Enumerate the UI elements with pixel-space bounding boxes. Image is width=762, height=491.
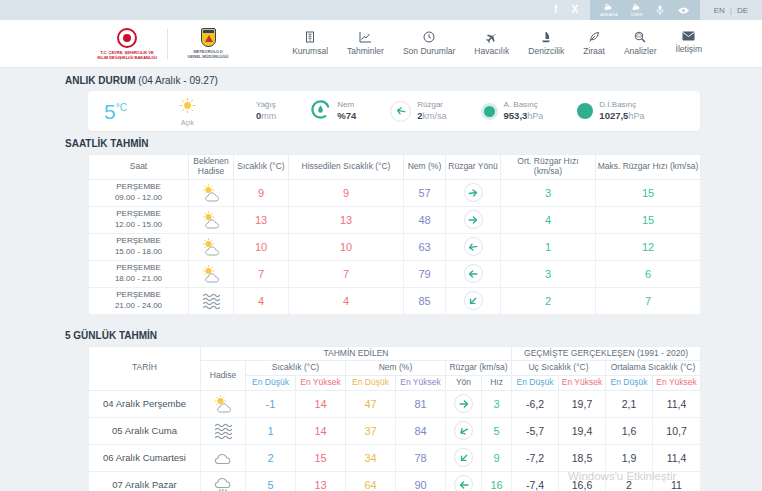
temp-min-cell: 1 xyxy=(246,417,296,444)
humidity-min-cell: 64 xyxy=(346,471,396,491)
average-min-cell: 2,1 xyxy=(606,390,653,417)
extreme-max-cell: 18,5 xyxy=(559,444,606,471)
language-switch: EN | DE xyxy=(700,0,762,20)
current-section-title: ANLIK DURUM (04 Aralık - 09.27) xyxy=(65,68,700,91)
current-condition: Açık xyxy=(179,97,196,126)
wind-direction-icon xyxy=(464,210,483,229)
hourly-row: PERŞEMBE21.00 - 24.00448527 xyxy=(89,287,701,314)
city-weather-widget-ankara[interactable]: ANKARA xyxy=(600,3,618,17)
average-min-cell: 1,9 xyxy=(606,444,653,471)
col-ext-max: En Yüksek xyxy=(559,376,606,391)
mgm-logo-text: METEOROLOJİGENEL MÜDÜRLÜĞÜ xyxy=(187,49,228,59)
weather-icon-cell xyxy=(189,287,234,314)
wind-direction-cell xyxy=(446,417,482,444)
extreme-min-cell: -7,2 xyxy=(512,444,559,471)
voice-search-button[interactable] xyxy=(656,5,664,16)
current-conditions-card: 5°C Açık Yağış 0mm Nem %74 xyxy=(88,91,700,131)
daily-row: 04 Aralık Perşembe-11447813-6,219,72,111… xyxy=(89,390,701,417)
x-twitter-icon[interactable]: X xyxy=(571,5,578,15)
hourly-section-title: SAATLİK TAHMİN xyxy=(65,131,700,154)
nav-item-son-durumlar[interactable]: Son Durumlar xyxy=(403,31,455,56)
feels-like-cell: 4 xyxy=(289,287,404,314)
weather-icon-cell xyxy=(201,444,246,471)
temperature-cell: 4 xyxy=(234,287,289,314)
time-cell: PERŞEMBE18.00 - 21.00 xyxy=(89,260,189,287)
col-avg-max: En Yüksek xyxy=(653,376,701,391)
lang-separator: | xyxy=(730,6,732,15)
sail-icon xyxy=(540,31,552,43)
condition-label: Açık xyxy=(181,119,194,126)
accessibility-button[interactable] xyxy=(677,6,690,15)
current-pressure-sea-level: D.İ.Basınç 1027,5hPa xyxy=(577,100,644,122)
site-logos[interactable]: T.C. ÇEVRE, ŞEHİRCİLİK VEİKLİM DEĞİŞİKLİ… xyxy=(95,28,240,60)
humidity-max-cell: 81 xyxy=(396,390,446,417)
hourly-column-header: Hissedilen Sıcaklık (°C) xyxy=(289,155,404,180)
windows-activation-watermark: Windows'u Etkinleştir xyxy=(568,470,676,482)
hourly-column-header: Saat xyxy=(89,155,189,180)
wind-direction-cell xyxy=(446,179,501,206)
hourly-column-header: Rüzgar Yönü xyxy=(446,155,501,180)
wind-direction-icon xyxy=(454,448,473,467)
lang-en[interactable]: EN xyxy=(714,6,725,15)
humidity-cell: 63 xyxy=(404,233,446,260)
hourly-column-header: Beklenen Hadise xyxy=(189,155,234,180)
humidity-gauge-icon xyxy=(310,99,331,124)
col-temp-min: En Düşük xyxy=(246,376,296,391)
humidity-cell: 57 xyxy=(404,179,446,206)
nav-item-tahminler[interactable]: Tahminler xyxy=(347,31,384,56)
microphone-icon xyxy=(656,5,664,16)
avg-wind-cell: 4 xyxy=(501,206,596,233)
humidity-min-cell: 37 xyxy=(346,417,396,444)
wind-direction-icon xyxy=(464,237,483,256)
mail-icon xyxy=(682,31,695,41)
pressure-dot-icon xyxy=(577,103,593,119)
city-widget-label: İZMİR xyxy=(631,12,643,17)
city-weather-widget-izmir[interactable]: İZMİR xyxy=(631,3,643,17)
ministry-logo: T.C. ÇEVRE, ŞEHİRCİLİK VEİKLİM DEĞİŞİKLİ… xyxy=(95,28,159,60)
top-bar: f X ANKARA İZMİR EN | DE xyxy=(0,0,762,20)
col-temp: Sıcaklık (°C) xyxy=(246,361,346,376)
sun-cloud-mini-icon xyxy=(603,3,614,11)
current-title-text: ANLIK DURUM xyxy=(65,75,136,86)
max-wind-cell: 6 xyxy=(596,260,701,287)
lang-de[interactable]: DE xyxy=(737,6,748,15)
temp-max-cell: 14 xyxy=(296,417,346,444)
weather-icon-cell xyxy=(189,206,234,233)
col-wind: Rüzgar (km/sa) xyxy=(446,361,512,376)
wind-direction-cell xyxy=(446,471,482,491)
hourly-row: PERŞEMBE09.00 - 12.009957315 xyxy=(89,179,701,206)
facebook-icon[interactable]: f xyxy=(554,5,557,15)
nav-item-denizcilik[interactable]: Denizcilik xyxy=(528,31,564,56)
col-hum-min: En Düşük xyxy=(346,376,396,391)
temp-min-cell: 2 xyxy=(246,444,296,471)
clock-icon xyxy=(423,31,435,43)
hourly-row: PERŞEMBE18.00 - 21.00777936 xyxy=(89,260,701,287)
extreme-max-cell: 19,7 xyxy=(559,390,606,417)
date-cell: 06 Aralık Cumartesi xyxy=(89,444,201,471)
nav-item-kurumsal[interactable]: Kurumsal xyxy=(292,31,328,56)
humidity-max-cell: 78 xyxy=(396,444,446,471)
temp-max-cell: 14 xyxy=(296,390,346,417)
daily-row: 05 Aralık Cuma11437845-5,719,41,610,7 xyxy=(89,417,701,444)
extreme-min-cell: -6,2 xyxy=(512,390,559,417)
wind-direction-icon xyxy=(454,421,473,440)
nav-item-ziraat[interactable]: Ziraat xyxy=(583,31,605,56)
wind-speed-cell: 16 xyxy=(482,471,512,491)
humidity-cell: 85 xyxy=(404,287,446,314)
hourly-column-header: Maks. Rüzgar Hızı (km/sa) xyxy=(596,155,701,180)
col-average: Ortalama Sıcaklık (°C) xyxy=(606,361,701,376)
weather-icon-cell xyxy=(189,260,234,287)
col-predicted: TAHMİN EDİLEN xyxy=(201,346,512,361)
date-cell: 05 Aralık Cuma xyxy=(89,417,201,444)
magnifier-cloud-icon xyxy=(634,31,646,43)
col-ext-min: En Düşük xyxy=(512,376,559,391)
nav-item-havacilik[interactable]: Havacılık xyxy=(474,31,509,56)
mgm-shield-icon xyxy=(201,28,216,47)
nav-item-analizler[interactable]: Analizler xyxy=(624,31,657,56)
hourly-column-header: Ort. Rüzgar Hızı (km/sa) xyxy=(501,155,596,180)
nav-item-iletisim[interactable]: İletişim xyxy=(676,31,702,56)
col-event: Hadise xyxy=(201,361,246,391)
avg-wind-cell: 2 xyxy=(501,287,596,314)
temp-min-cell: -1 xyxy=(246,390,296,417)
temperature-cell: 7 xyxy=(234,260,289,287)
